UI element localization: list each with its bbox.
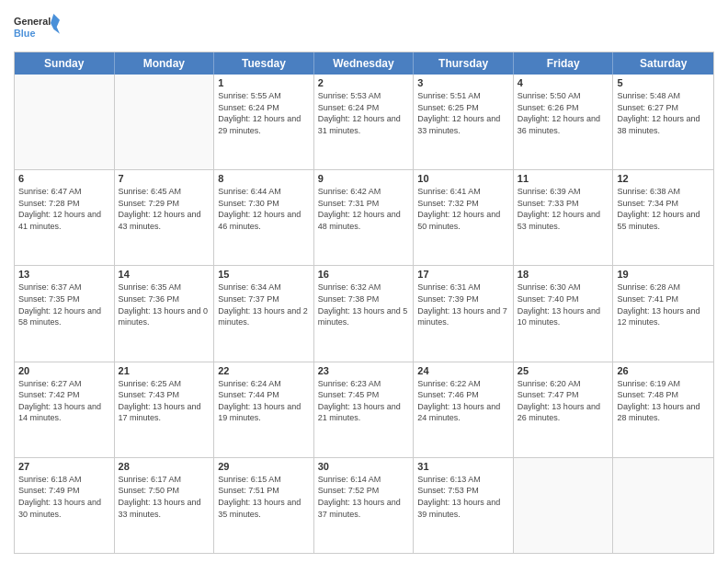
svg-text:Blue: Blue xyxy=(14,28,35,39)
day-number: 27 xyxy=(18,461,110,472)
day-cell-21: 21Sunrise: 6:25 AM Sunset: 7:43 PM Dayli… xyxy=(115,362,215,457)
day-cell-9: 9Sunrise: 6:42 AM Sunset: 7:31 PM Daylig… xyxy=(314,170,415,265)
day-info: Sunrise: 6:47 AM Sunset: 7:28 PM Dayligh… xyxy=(18,186,110,232)
day-info: Sunrise: 6:24 AM Sunset: 7:44 PM Dayligh… xyxy=(218,378,310,424)
day-cell-26: 26Sunrise: 6:19 AM Sunset: 7:48 PM Dayli… xyxy=(613,362,713,457)
day-info: Sunrise: 6:34 AM Sunset: 7:37 PM Dayligh… xyxy=(218,282,310,327)
day-info: Sunrise: 5:53 AM Sunset: 6:24 PM Dayligh… xyxy=(318,90,410,136)
day-info: Sunrise: 6:22 AM Sunset: 7:46 PM Dayligh… xyxy=(417,378,509,424)
day-info: Sunrise: 6:13 AM Sunset: 7:53 PM Dayligh… xyxy=(417,474,509,520)
week-0: 1Sunrise: 5:55 AM Sunset: 6:24 PM Daylig… xyxy=(15,75,713,170)
day-number: 4 xyxy=(518,77,609,88)
day-cell-31: 31Sunrise: 6:13 AM Sunset: 7:53 PM Dayli… xyxy=(414,458,514,553)
week-4: 27Sunrise: 6:18 AM Sunset: 7:49 PM Dayli… xyxy=(15,458,713,553)
day-info: Sunrise: 6:25 AM Sunset: 7:43 PM Dayligh… xyxy=(119,378,210,424)
day-number: 13 xyxy=(18,269,110,280)
day-number: 10 xyxy=(417,173,509,184)
day-info: Sunrise: 6:20 AM Sunset: 7:47 PM Dayligh… xyxy=(518,378,609,424)
svg-marker-2 xyxy=(51,14,60,34)
day-cell-10: 10Sunrise: 6:41 AM Sunset: 7:32 PM Dayli… xyxy=(414,170,514,265)
week-1: 6Sunrise: 6:47 AM Sunset: 7:28 PM Daylig… xyxy=(15,170,713,266)
day-cell-8: 8Sunrise: 6:44 AM Sunset: 7:30 PM Daylig… xyxy=(214,170,314,265)
day-cell-1: 1Sunrise: 5:55 AM Sunset: 6:24 PM Daylig… xyxy=(214,75,314,169)
day-cell-5: 5Sunrise: 5:48 AM Sunset: 6:27 PM Daylig… xyxy=(613,75,713,169)
day-number: 26 xyxy=(617,365,710,376)
day-cell-25: 25Sunrise: 6:20 AM Sunset: 7:47 PM Dayli… xyxy=(514,362,614,457)
day-number: 14 xyxy=(119,269,210,280)
day-number: 7 xyxy=(119,173,210,184)
day-info: Sunrise: 6:18 AM Sunset: 7:49 PM Dayligh… xyxy=(18,474,110,520)
day-number: 6 xyxy=(18,173,110,184)
day-number: 2 xyxy=(318,77,410,88)
day-info: Sunrise: 6:19 AM Sunset: 7:48 PM Dayligh… xyxy=(617,378,710,424)
week-2: 13Sunrise: 6:37 AM Sunset: 7:35 PM Dayli… xyxy=(15,266,713,362)
day-number: 23 xyxy=(318,365,410,376)
day-info: Sunrise: 6:37 AM Sunset: 7:35 PM Dayligh… xyxy=(18,282,110,327)
day-cell-11: 11Sunrise: 6:39 AM Sunset: 7:33 PM Dayli… xyxy=(514,170,614,265)
day-cell-6: 6Sunrise: 6:47 AM Sunset: 7:28 PM Daylig… xyxy=(15,170,115,265)
day-info: Sunrise: 6:45 AM Sunset: 7:29 PM Dayligh… xyxy=(119,186,210,232)
day-number: 28 xyxy=(119,461,210,472)
logo-svg: General Blue xyxy=(14,9,60,46)
header: General Blue xyxy=(14,9,714,46)
day-info: Sunrise: 6:31 AM Sunset: 7:39 PM Dayligh… xyxy=(417,282,509,327)
day-info: Sunrise: 5:55 AM Sunset: 6:24 PM Dayligh… xyxy=(218,90,310,136)
empty-cell xyxy=(514,458,614,553)
calendar: SundayMondayTuesdayWednesdayThursdayFrid… xyxy=(14,52,714,554)
day-info: Sunrise: 6:39 AM Sunset: 7:33 PM Dayligh… xyxy=(518,186,609,232)
day-header-friday: Friday xyxy=(514,52,614,75)
day-cell-12: 12Sunrise: 6:38 AM Sunset: 7:34 PM Dayli… xyxy=(613,170,713,265)
day-info: Sunrise: 6:44 AM Sunset: 7:30 PM Dayligh… xyxy=(218,186,310,232)
day-cell-20: 20Sunrise: 6:27 AM Sunset: 7:42 PM Dayli… xyxy=(15,362,115,457)
svg-text:General: General xyxy=(14,17,51,28)
page: General Blue SundayMondayTuesdayWednesda… xyxy=(0,0,728,563)
day-info: Sunrise: 5:51 AM Sunset: 6:25 PM Dayligh… xyxy=(417,90,509,136)
day-cell-19: 19Sunrise: 6:28 AM Sunset: 7:41 PM Dayli… xyxy=(613,266,713,361)
day-info: Sunrise: 6:27 AM Sunset: 7:42 PM Dayligh… xyxy=(18,378,110,424)
day-header-sunday: Sunday xyxy=(15,52,115,75)
day-number: 16 xyxy=(318,269,410,280)
day-number: 9 xyxy=(318,173,410,184)
day-number: 8 xyxy=(218,173,310,184)
day-cell-29: 29Sunrise: 6:15 AM Sunset: 7:51 PM Dayli… xyxy=(214,458,314,553)
day-number: 5 xyxy=(617,77,710,88)
day-header-tuesday: Tuesday xyxy=(214,52,314,75)
logo: General Blue xyxy=(14,9,60,46)
day-cell-2: 2Sunrise: 5:53 AM Sunset: 6:24 PM Daylig… xyxy=(314,75,415,169)
day-cell-14: 14Sunrise: 6:35 AM Sunset: 7:36 PM Dayli… xyxy=(115,266,215,361)
day-cell-30: 30Sunrise: 6:14 AM Sunset: 7:52 PM Dayli… xyxy=(314,458,415,553)
day-info: Sunrise: 6:17 AM Sunset: 7:50 PM Dayligh… xyxy=(119,474,210,520)
day-cell-13: 13Sunrise: 6:37 AM Sunset: 7:35 PM Dayli… xyxy=(15,266,115,361)
day-cell-16: 16Sunrise: 6:32 AM Sunset: 7:38 PM Dayli… xyxy=(314,266,415,361)
day-header-wednesday: Wednesday xyxy=(314,52,415,75)
day-info: Sunrise: 6:15 AM Sunset: 7:51 PM Dayligh… xyxy=(218,474,310,520)
day-cell-22: 22Sunrise: 6:24 AM Sunset: 7:44 PM Dayli… xyxy=(214,362,314,457)
day-number: 15 xyxy=(218,269,310,280)
day-number: 22 xyxy=(218,365,310,376)
day-info: Sunrise: 5:50 AM Sunset: 6:26 PM Dayligh… xyxy=(518,90,609,136)
day-number: 19 xyxy=(617,269,710,280)
day-cell-18: 18Sunrise: 6:30 AM Sunset: 7:40 PM Dayli… xyxy=(514,266,614,361)
day-info: Sunrise: 6:14 AM Sunset: 7:52 PM Dayligh… xyxy=(318,474,410,520)
day-number: 21 xyxy=(119,365,210,376)
day-info: Sunrise: 6:35 AM Sunset: 7:36 PM Dayligh… xyxy=(119,282,210,327)
day-info: Sunrise: 6:23 AM Sunset: 7:45 PM Dayligh… xyxy=(318,378,410,424)
day-info: Sunrise: 6:28 AM Sunset: 7:41 PM Dayligh… xyxy=(617,282,710,327)
week-3: 20Sunrise: 6:27 AM Sunset: 7:42 PM Dayli… xyxy=(15,362,713,458)
day-number: 30 xyxy=(318,461,410,472)
empty-cell xyxy=(115,75,215,169)
day-number: 1 xyxy=(218,77,310,88)
day-number: 17 xyxy=(417,269,509,280)
day-number: 29 xyxy=(218,461,310,472)
day-cell-15: 15Sunrise: 6:34 AM Sunset: 7:37 PM Dayli… xyxy=(214,266,314,361)
day-number: 11 xyxy=(518,173,609,184)
day-cell-24: 24Sunrise: 6:22 AM Sunset: 7:46 PM Dayli… xyxy=(414,362,514,457)
empty-cell xyxy=(613,458,713,553)
day-cell-7: 7Sunrise: 6:45 AM Sunset: 7:29 PM Daylig… xyxy=(115,170,215,265)
day-number: 18 xyxy=(518,269,609,280)
day-info: Sunrise: 6:41 AM Sunset: 7:32 PM Dayligh… xyxy=(417,186,509,232)
day-number: 24 xyxy=(417,365,509,376)
day-header-saturday: Saturday xyxy=(613,52,713,75)
day-cell-27: 27Sunrise: 6:18 AM Sunset: 7:49 PM Dayli… xyxy=(15,458,115,553)
day-number: 20 xyxy=(18,365,110,376)
